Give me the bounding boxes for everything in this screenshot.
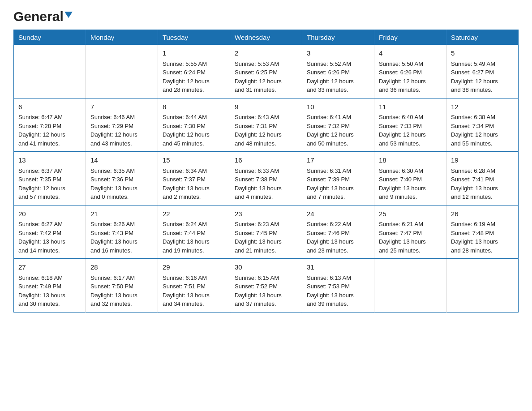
day-info-text: Sunrise: 5:53 AM <box>235 60 297 68</box>
day-info-text: Sunset: 7:48 PM <box>451 229 514 238</box>
day-info-text: Daylight: 13 hours <box>379 184 442 193</box>
day-info-text: Sunrise: 6:30 AM <box>379 167 442 176</box>
day-number: 22 <box>163 209 225 219</box>
calendar-cell: 17Sunrise: 6:31 AMSunset: 7:39 PMDayligh… <box>302 152 374 206</box>
day-info-text: Sunset: 7:52 PM <box>235 282 297 291</box>
weekday-header-monday: Monday <box>86 30 158 45</box>
day-info-text: and 25 minutes. <box>379 246 442 255</box>
day-number: 3 <box>307 48 369 59</box>
day-number: 24 <box>307 209 369 219</box>
day-info-text: Daylight: 13 hours <box>307 237 369 246</box>
day-info-text: Sunrise: 6:47 AM <box>18 113 81 122</box>
calendar-cell: 14Sunrise: 6:35 AMSunset: 7:36 PMDayligh… <box>86 152 158 206</box>
day-number: 8 <box>163 102 225 112</box>
day-info-text: and 32 minutes. <box>90 300 153 308</box>
logo: General <box>13 9 73 21</box>
day-number: 4 <box>379 48 442 59</box>
calendar-cell: 25Sunrise: 6:21 AMSunset: 7:47 PMDayligh… <box>374 205 446 259</box>
day-info-text: Sunrise: 5:50 AM <box>379 60 442 68</box>
day-info-text: Daylight: 12 hours <box>307 77 369 86</box>
weekday-header-thursday: Thursday <box>302 30 374 45</box>
day-info-text: Sunrise: 6:21 AM <box>379 220 442 229</box>
day-info-text: Sunrise: 6:37 AM <box>18 167 81 176</box>
day-number: 14 <box>90 155 153 166</box>
day-info-text: Sunrise: 5:49 AM <box>451 60 514 68</box>
day-info-text: and 28 minutes. <box>163 86 225 94</box>
day-number: 1 <box>163 48 225 59</box>
day-info-text: and 14 minutes. <box>18 246 81 255</box>
day-info-text: Sunset: 6:24 PM <box>163 68 225 77</box>
day-info-text: Sunset: 7:41 PM <box>451 175 514 184</box>
day-info-text: Sunrise: 6:17 AM <box>90 274 153 283</box>
calendar-cell: 12Sunrise: 6:38 AMSunset: 7:34 PMDayligh… <box>446 98 519 152</box>
day-info-text: Daylight: 13 hours <box>163 291 225 300</box>
calendar-cell: 13Sunrise: 6:37 AMSunset: 7:35 PMDayligh… <box>14 152 86 206</box>
day-info-text: and 36 minutes. <box>379 86 442 94</box>
day-number: 17 <box>307 155 369 166</box>
day-info-text: Daylight: 13 hours <box>90 184 153 193</box>
day-info-text: Daylight: 13 hours <box>90 237 153 246</box>
day-info-text: Sunset: 7:30 PM <box>163 122 225 131</box>
weekday-header-friday: Friday <box>374 30 446 45</box>
calendar-cell: 24Sunrise: 6:22 AMSunset: 7:46 PMDayligh… <box>302 205 374 259</box>
calendar-cell: 30Sunrise: 6:15 AMSunset: 7:52 PMDayligh… <box>230 259 302 313</box>
day-number: 7 <box>90 102 153 112</box>
day-info-text: Sunset: 7:47 PM <box>379 229 442 238</box>
day-number: 26 <box>451 209 514 219</box>
day-info-text: Sunrise: 6:24 AM <box>163 220 225 229</box>
day-info-text: and 7 minutes. <box>307 193 369 201</box>
day-info-text: Sunrise: 6:13 AM <box>307 274 369 283</box>
day-info-text: and 23 minutes. <box>307 246 369 255</box>
day-info-text: Sunrise: 6:33 AM <box>235 167 297 176</box>
day-info-text: Sunrise: 6:38 AM <box>451 113 514 122</box>
page-header: General <box>13 9 519 21</box>
day-info-text: Sunrise: 6:27 AM <box>18 220 81 229</box>
day-info-text: Daylight: 13 hours <box>235 291 297 300</box>
calendar-cell: 11Sunrise: 6:40 AMSunset: 7:33 PMDayligh… <box>374 98 446 152</box>
day-info-text: Daylight: 12 hours <box>307 130 369 139</box>
calendar-week-row: 27Sunrise: 6:18 AMSunset: 7:49 PMDayligh… <box>14 259 519 313</box>
day-info-text: Daylight: 13 hours <box>163 184 225 193</box>
day-info-text: and 16 minutes. <box>90 246 153 255</box>
day-info-text: Daylight: 13 hours <box>307 291 369 300</box>
day-info-text: Sunrise: 6:26 AM <box>90 220 153 229</box>
day-info-text: Daylight: 12 hours <box>451 77 514 86</box>
day-number: 21 <box>90 209 153 219</box>
day-info-text: and 57 minutes. <box>18 193 81 201</box>
day-info-text: Sunrise: 6:44 AM <box>163 113 225 122</box>
day-info-text: Daylight: 13 hours <box>18 237 81 246</box>
day-number: 28 <box>90 262 153 273</box>
day-number: 11 <box>379 102 442 112</box>
day-number: 5 <box>451 48 514 59</box>
calendar-cell: 21Sunrise: 6:26 AMSunset: 7:43 PMDayligh… <box>86 205 158 259</box>
day-info-text: and 43 minutes. <box>90 139 153 148</box>
day-info-text: Daylight: 12 hours <box>379 77 442 86</box>
calendar-cell: 28Sunrise: 6:17 AMSunset: 7:50 PMDayligh… <box>86 259 158 313</box>
day-info-text: Sunset: 6:26 PM <box>379 68 442 77</box>
calendar-cell: 5Sunrise: 5:49 AMSunset: 6:27 PMDaylight… <box>446 45 519 98</box>
day-info-text: and 33 minutes. <box>307 86 369 94</box>
day-info-text: and 45 minutes. <box>163 139 225 148</box>
day-info-text: Daylight: 12 hours <box>235 130 297 139</box>
calendar-cell: 4Sunrise: 5:50 AMSunset: 6:26 PMDaylight… <box>374 45 446 98</box>
calendar-cell: 23Sunrise: 6:23 AMSunset: 7:45 PMDayligh… <box>230 205 302 259</box>
day-number: 23 <box>235 209 297 219</box>
weekday-header-row: SundayMondayTuesdayWednesdayThursdayFrid… <box>14 30 519 45</box>
day-info-text: Sunset: 7:34 PM <box>451 122 514 131</box>
day-info-text: and 41 minutes. <box>18 139 81 148</box>
calendar-cell: 29Sunrise: 6:16 AMSunset: 7:51 PMDayligh… <box>158 259 230 313</box>
day-info-text: Sunset: 7:36 PM <box>90 175 153 184</box>
day-info-text: Sunset: 7:44 PM <box>163 229 225 238</box>
day-info-text: and 28 minutes. <box>451 246 514 255</box>
day-number: 15 <box>163 155 225 166</box>
day-info-text: Sunrise: 6:43 AM <box>235 113 297 122</box>
day-info-text: Daylight: 13 hours <box>307 184 369 193</box>
day-info-text: Sunrise: 6:18 AM <box>18 274 81 283</box>
day-number: 10 <box>307 102 369 112</box>
calendar-week-row: 1Sunrise: 5:55 AMSunset: 6:24 PMDaylight… <box>14 45 519 98</box>
day-info-text: Daylight: 13 hours <box>235 184 297 193</box>
day-info-text: Daylight: 13 hours <box>18 291 81 300</box>
day-info-text: Sunset: 7:49 PM <box>18 282 81 291</box>
weekday-header-saturday: Saturday <box>446 30 519 45</box>
calendar-cell: 10Sunrise: 6:41 AMSunset: 7:32 PMDayligh… <box>302 98 374 152</box>
